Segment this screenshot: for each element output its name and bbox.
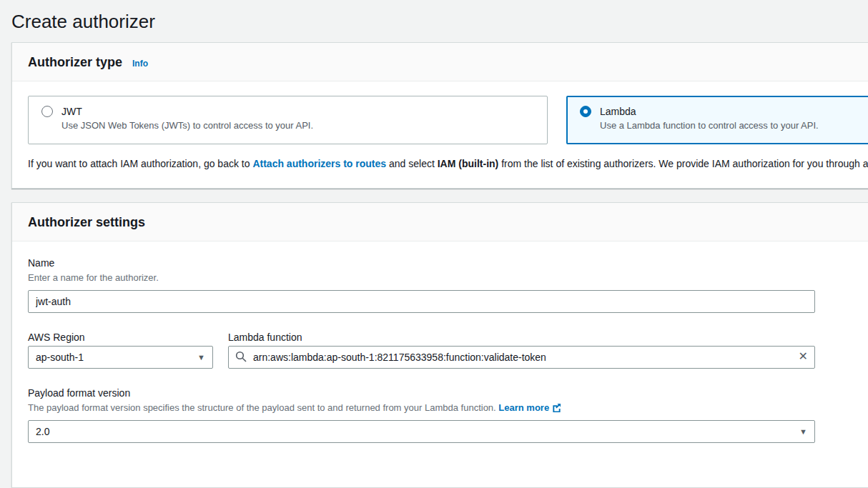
lambda-function-field-group: Lambda function ✕ xyxy=(228,330,815,369)
region-select[interactable]: ap-south-1 ▼ xyxy=(28,346,213,369)
authorizer-settings-section: Authorizer settings Name Enter a name fo… xyxy=(11,202,868,488)
jwt-option-card[interactable]: JWT Use JSON Web Tokens (JWTs) to contro… xyxy=(28,96,548,144)
clear-input-icon[interactable]: ✕ xyxy=(799,349,808,364)
region-field-label: AWS Region xyxy=(28,330,213,344)
chevron-down-icon: ▼ xyxy=(799,428,807,436)
region-field-group: AWS Region ap-south-1 ▼ xyxy=(28,330,213,369)
payload-format-description: The payload format version specifies the… xyxy=(28,402,868,414)
jwt-option-description: Use JSON Web Tokens (JWTs) to control ac… xyxy=(61,119,313,132)
search-icon xyxy=(235,351,247,362)
iam-note-prefix: If you want to attach IAM authorization,… xyxy=(28,158,252,169)
lambda-option-card[interactable]: Lambda Use a Lambda function to control … xyxy=(566,96,868,144)
iam-authorization-note: If you want to attach IAM authorization,… xyxy=(28,156,868,171)
authorizer-settings-heading: Authorizer settings xyxy=(28,215,145,230)
jwt-radio-button[interactable] xyxy=(41,106,53,117)
iam-note-suffix: from the list of existing authorizers. W… xyxy=(498,158,868,169)
authorizer-settings-header: Authorizer settings xyxy=(12,203,868,241)
external-link-icon xyxy=(552,403,561,412)
lambda-option-description: Use a Lambda function to control access … xyxy=(600,119,819,132)
name-field-description: Enter a name for the authorizer. xyxy=(28,272,868,284)
payload-format-select-value: 2.0 xyxy=(36,426,49,437)
iam-note-middle: and select xyxy=(386,158,438,169)
iam-note-bold: IAM (built-in) xyxy=(438,158,499,169)
region-select-value: ap-south-1 xyxy=(36,352,84,363)
authorizer-type-section: Authorizer type Info JWT Use JSON Web To… xyxy=(11,42,868,189)
authorizer-settings-content: Name Enter a name for the authorizer. AW… xyxy=(12,241,868,460)
page-title: Create authorizer xyxy=(0,0,868,34)
payload-format-label: Payload format version xyxy=(28,386,868,400)
name-input[interactable] xyxy=(28,290,815,313)
payload-format-field-group: Payload format version The payload forma… xyxy=(28,386,868,443)
jwt-option-label: JWT xyxy=(61,104,313,119)
authorizer-type-heading: Authorizer type xyxy=(28,55,122,70)
payload-format-description-text: The payload format version specifies the… xyxy=(28,402,498,413)
learn-more-link[interactable]: Learn more xyxy=(498,402,549,413)
authorizer-type-header: Authorizer type Info xyxy=(12,43,868,81)
attach-authorizers-to-routes-link[interactable]: Attach authorizers to routes xyxy=(252,158,386,169)
info-link[interactable]: Info xyxy=(132,59,148,69)
lambda-radio-button[interactable] xyxy=(580,106,591,117)
lambda-function-input[interactable] xyxy=(228,346,815,369)
lambda-function-field-label: Lambda function xyxy=(228,330,815,344)
name-field-label: Name xyxy=(28,256,868,270)
lambda-option-label: Lambda xyxy=(600,104,819,119)
payload-format-select[interactable]: 2.0 ▼ xyxy=(28,420,815,443)
chevron-down-icon: ▼ xyxy=(197,354,205,362)
authorizer-type-content: JWT Use JSON Web Tokens (JWTs) to contro… xyxy=(12,81,868,188)
radio-selected-dot xyxy=(583,109,588,114)
